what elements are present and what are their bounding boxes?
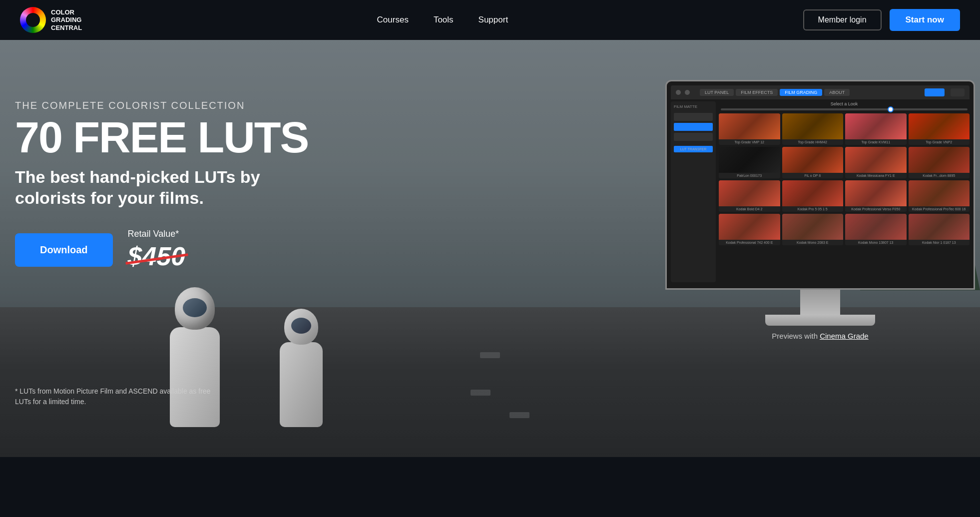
- monitor-stand-neck: [800, 290, 840, 315]
- lut-item-15[interactable]: Kodak Mono 13807 13: [845, 214, 907, 245]
- sidebar-header: FILM MATTE: [674, 104, 713, 109]
- slider-thumb[interactable]: [888, 106, 894, 112]
- visor-right: [291, 318, 311, 334]
- lut-grid-row2-wrap: PatrLon 000173 FiL o DP 8 Kodak Messican…: [719, 147, 970, 178]
- monitor-grid-area: FILM MATTE LUT TRANSFER Select a Look: [671, 101, 970, 282]
- nav-tools[interactable]: Tools: [434, 15, 454, 25]
- retail-label: Retail Value*: [128, 229, 186, 239]
- topbar-dot-2: [685, 90, 690, 95]
- lut-grid-row3: Kodak Bold D4 2 Kodak Pro 5 05 1 5 Kodak…: [719, 180, 970, 212]
- section-title: Select a Look: [719, 101, 970, 106]
- hero-section: THE COMPLETE COLORIST COLLECTION 70 FREE…: [0, 40, 980, 457]
- tab-film-grading[interactable]: FILM GRADING: [780, 89, 822, 96]
- logo-ring-inner: [26, 13, 40, 27]
- hero-description: The best hand-picked LUTs by colorists f…: [15, 166, 315, 209]
- lut-grid-row2: PatrLon 000173 FiL o DP 8 Kodak Messican…: [719, 147, 970, 178]
- lut-item-7[interactable]: Kodak Messicana FY1 E: [845, 147, 907, 178]
- hero-subtitle: THE COMPLETE COLORIST COLLECTION: [15, 100, 315, 111]
- logo-text: COLOR GRADING CENTRAL: [51, 8, 82, 32]
- lut-item-10[interactable]: Kodak Pro 5 05 1 5: [782, 180, 844, 212]
- price-block: Retail Value* $450: [128, 229, 186, 271]
- sidebar-item-3[interactable]: [674, 133, 713, 141]
- tab-film-effects[interactable]: FILM EFFECTS: [736, 89, 778, 96]
- tab-lut-panel[interactable]: LUT PANEL: [700, 89, 734, 96]
- cinema-grade-link[interactable]: Cinema Grade: [820, 332, 869, 340]
- monitor-wrapper: LUT PANEL FILM EFFECTS FILM GRADING ABOU…: [665, 80, 975, 340]
- lut-grid-row1: Top Grade VMP 12 Top Grade HHM42 Top Gra…: [719, 113, 970, 145]
- lut-row-labels: Top Grade VMP 12 Top Grade HHM42 Top Gra…: [719, 113, 970, 145]
- member-login-button[interactable]: Member login: [803, 9, 882, 30]
- lut-item-11[interactable]: Kodak Professional Verso F050: [845, 180, 907, 212]
- helmet-right: [284, 309, 318, 345]
- monitor-main: Select a Look Top Grade VMP 12: [719, 101, 970, 282]
- astronaut-right: [280, 309, 323, 427]
- lut-item-8[interactable]: Kodak Fr...dom 8895: [909, 147, 970, 178]
- visor-left: [183, 298, 207, 317]
- suit-left: [170, 327, 220, 427]
- lut-item-6[interactable]: FiL o DP 8: [782, 147, 844, 178]
- lut-grid-row4-wrap: Kodak Professional 742 400 E Kodak Mono …: [719, 214, 970, 245]
- tab-about[interactable]: ABOUT: [824, 89, 850, 96]
- monitor-topbar: LUT PANEL FILM EFFECTS FILM GRADING ABOU…: [671, 85, 970, 99]
- price-crossed: $450: [128, 241, 186, 271]
- lut-item-2[interactable]: Top Grade HHM42: [782, 113, 844, 145]
- lut-grid-row4: Kodak Professional 742 400 E Kodak Mono …: [719, 214, 970, 245]
- lut-item-12[interactable]: Kodak Professional ProTec 600 16: [909, 180, 970, 212]
- lut-grid-row3-wrap: Kodak Bold D4 2 Kodak Pro 5 05 1 5 Kodak…: [719, 180, 970, 212]
- lut-item-9[interactable]: Kodak Bold D4 2: [719, 180, 780, 212]
- lut-item-16[interactable]: Kodak Nior 1 0187 13: [909, 214, 970, 245]
- download-button[interactable]: Download: [15, 233, 113, 267]
- topbar-action-btn[interactable]: [925, 88, 945, 96]
- monitor-screen: LUT PANEL FILM EFFECTS FILM GRADING ABOU…: [665, 80, 975, 290]
- topbar-secondary-btn[interactable]: [951, 88, 965, 96]
- logo-ring-icon: [20, 7, 46, 33]
- monitor-sidebar: FILM MATTE LUT TRANSFER: [671, 101, 716, 282]
- monitor-caption: Previews with Cinema Grade: [665, 332, 975, 340]
- monitor-tabs: LUT PANEL FILM EFFECTS FILM GRADING ABOU…: [700, 89, 850, 96]
- helmet-left: [175, 287, 215, 330]
- monitor-stand-base: [765, 315, 875, 326]
- hero-title: 70 FREE LUTS: [15, 116, 315, 158]
- hero-cta-row: Download Retail Value* $450: [15, 229, 315, 271]
- nav-support[interactable]: Support: [479, 15, 508, 25]
- sidebar-item-active[interactable]: [674, 123, 713, 131]
- sidebar-item-1[interactable]: [674, 113, 713, 121]
- lut-item-4[interactable]: Top Grade VNP2: [909, 113, 970, 145]
- sidebar-lut-transfer[interactable]: LUT TRANSFER: [674, 146, 713, 152]
- figure-right-body: [280, 309, 323, 427]
- lut-item-1[interactable]: Top Grade VMP 12: [719, 113, 780, 145]
- navbar: COLOR GRADING CENTRAL Courses Tools Supp…: [0, 0, 980, 40]
- lut-item-13[interactable]: Kodak Professional 742 400 E: [719, 214, 780, 245]
- lut-item-5[interactable]: PatrLon 000173: [719, 147, 780, 178]
- nav-links: Courses Tools Support: [377, 15, 508, 25]
- hero-footnote: * LUTs from Motion Picture Film and ASCE…: [15, 386, 225, 407]
- nav-courses[interactable]: Courses: [377, 15, 409, 25]
- suit-right: [280, 342, 323, 427]
- lut-slider[interactable]: [721, 108, 968, 110]
- start-now-button[interactable]: Start now: [890, 9, 960, 31]
- hero-content: THE COMPLETE COLORIST COLLECTION 70 FREE…: [15, 100, 315, 291]
- slider-row: [719, 108, 970, 110]
- nav-actions: Member login Start now: [803, 9, 960, 31]
- logo[interactable]: COLOR GRADING CENTRAL: [20, 7, 82, 33]
- lut-item-14[interactable]: Kodak Mono 2083 E: [782, 214, 844, 245]
- lut-item-3[interactable]: Top Grade KVM11: [845, 113, 907, 145]
- topbar-dot-1: [676, 90, 681, 95]
